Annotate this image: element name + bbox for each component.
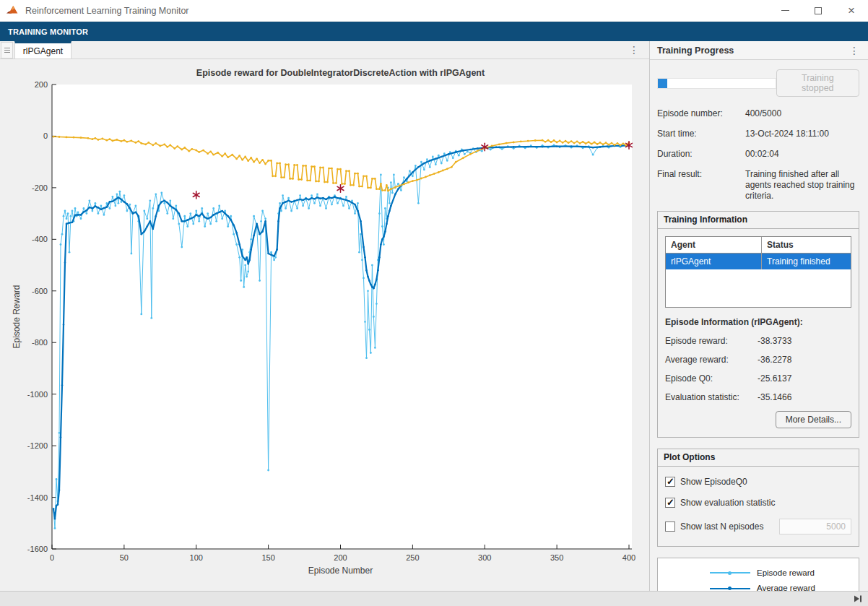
svg-text:50: 50	[120, 553, 129, 562]
show-evaluation-statistic-checkbox[interactable]	[665, 498, 675, 508]
duration-value: 00:02:04	[745, 149, 861, 160]
window-title: Reinforcement Learning Training Monitor	[25, 6, 189, 16]
document-list-button[interactable]	[1, 42, 13, 59]
ribbon-toolstrip: TRAINING MONITOR	[0, 22, 868, 41]
window-controls: ×	[768, 0, 868, 21]
progress-row: Training stopped	[657, 69, 861, 97]
episode-q0-label: Episode Q0:	[665, 373, 758, 384]
tabstrip-menu-icon[interactable]: ⋮	[619, 45, 649, 55]
status-column-header: Status	[761, 237, 851, 254]
episode-number-row: Episode number: 400/5000	[657, 108, 861, 119]
final-result-label: Final result:	[657, 169, 745, 202]
more-details-button[interactable]: More Details...	[776, 411, 851, 428]
svg-text:150: 150	[261, 553, 274, 562]
svg-text:Episode Number: Episode Number	[308, 566, 373, 576]
evaluation-statistic-label: Evaluation statistic:	[665, 392, 758, 402]
tab-rlpgagent[interactable]: rlPGAgent	[14, 41, 71, 59]
training-information-body: Agent Status rlPGAgent Training finished…	[658, 229, 859, 437]
table-row[interactable]: rlPGAgent Training finished	[666, 254, 851, 269]
final-result-value: Training finished after all agents reach…	[745, 169, 861, 202]
show-last-n-episodes-option: Show last N episodes	[665, 519, 851, 534]
maximize-button[interactable]	[802, 0, 835, 21]
document-tabstrip: rlPGAgent ⋮	[0, 41, 649, 59]
episode-information-title: Episode Information (rlPGAgent):	[665, 317, 851, 327]
episode-reward-swatch-icon	[710, 569, 750, 576]
training-plot-figure: 050100150200250300350400-1600-1400-1200-…	[0, 59, 649, 591]
episode-reward-row: Episode reward: -38.3733	[665, 336, 851, 346]
show-episodeq0-label: Show EpisodeQ0	[680, 477, 747, 487]
panel-title: Training Progress	[657, 46, 734, 56]
table-empty-area	[666, 269, 851, 307]
svg-text:-200: -200	[32, 183, 48, 192]
chart-legend: Episode reward Average reward Episode Q0…	[657, 558, 859, 591]
evaluation-statistic-row: Evaluation statistic: -35.1466	[665, 392, 851, 402]
training-information-group: Training Information Agent Status rlPGAg…	[657, 211, 859, 438]
training-information-title: Training Information	[658, 212, 859, 229]
show-last-n-episodes-checkbox[interactable]	[665, 521, 675, 532]
show-evaluation-statistic-label: Show evaluation statistic	[680, 498, 775, 508]
start-time-row: Start time: 13-Oct-2024 18:11:00	[657, 129, 861, 139]
agent-status-table: Agent Status rlPGAgent Training finished	[665, 236, 851, 308]
document-area: rlPGAgent ⋮ 050100150200250300350400-160…	[0, 41, 650, 591]
average-reward-row: Average reward: -36.2278	[665, 355, 851, 365]
episode-number-label: Episode number:	[657, 108, 745, 119]
svg-text:Episode Reward: Episode Reward	[12, 285, 22, 348]
agent-cell: rlPGAgent	[666, 254, 761, 269]
more-details-row: More Details...	[665, 411, 851, 428]
hamburger-icon	[4, 50, 10, 51]
start-time-label: Start time:	[657, 129, 745, 139]
panel-menu-icon[interactable]: ⋮	[849, 46, 859, 56]
svg-text:-400: -400	[32, 235, 48, 243]
training-progress-bar	[657, 78, 776, 89]
svg-text:-600: -600	[32, 287, 48, 295]
svg-text:-800: -800	[32, 338, 48, 347]
svg-text:-1400: -1400	[27, 493, 48, 502]
svg-text:-1200: -1200	[27, 441, 48, 450]
agent-column-header: Agent	[666, 237, 761, 254]
training-progress-panel: Training Progress ⋮ Training stopped Epi…	[650, 41, 868, 591]
ribbon-tab-training-monitor[interactable]: TRAINING MONITOR	[8, 27, 88, 36]
progress-fill	[658, 79, 667, 88]
svg-text:350: 350	[550, 553, 563, 562]
duration-row: Duration: 00:02:04	[657, 149, 861, 160]
tab-label: rlPGAgent	[23, 46, 63, 56]
table-header-row: Agent Status	[666, 237, 851, 254]
show-episodeq0-option: Show EpisodeQ0	[665, 477, 851, 487]
panel-body: Training stopped Episode number: 400/500…	[650, 60, 868, 591]
episode-reward-value: -38.3733	[758, 336, 851, 346]
evaluation-statistic-value: -35.1466	[758, 392, 851, 402]
svg-text:300: 300	[478, 553, 491, 562]
svg-text:400: 400	[622, 553, 635, 562]
svg-text:0: 0	[43, 131, 48, 140]
start-time-value: 13-Oct-2024 18:11:00	[745, 129, 861, 139]
svg-text:0: 0	[50, 553, 54, 562]
close-button[interactable]: ×	[835, 0, 868, 21]
matlab-logo-icon	[6, 5, 19, 16]
rl-training-monitor-window: { "window": { "title": "Reinforcement Le…	[0, 0, 868, 606]
average-reward-value: -36.2278	[758, 355, 851, 365]
svg-text:-1000: -1000	[27, 390, 48, 399]
average-reward-label: Average reward:	[665, 355, 758, 365]
svg-text:200: 200	[35, 80, 48, 89]
status-cell: Training finished	[761, 254, 851, 269]
legend-episode-reward-label: Episode reward	[757, 568, 815, 578]
legend-average-reward-label: Average reward	[757, 583, 815, 591]
episode-q0-value: -25.6137	[758, 373, 851, 384]
show-last-n-episodes-label: Show last N episodes	[680, 521, 763, 532]
show-episodeq0-checkbox[interactable]	[665, 477, 675, 487]
svg-text:100: 100	[190, 553, 203, 562]
legend-episode-reward: Episode reward	[662, 568, 854, 578]
final-result-row: Final result: Training finished after al…	[657, 169, 861, 202]
statusbar	[0, 591, 868, 606]
svg-text:250: 250	[406, 553, 419, 562]
expand-panel-icon[interactable]	[853, 594, 863, 603]
svg-text:-1600: -1600	[27, 545, 48, 553]
panel-header: Training Progress ⋮	[650, 41, 868, 60]
episode-reward-chart: 050100150200250300350400-1600-1400-1200-…	[0, 59, 649, 589]
show-evaluation-statistic-option: Show evaluation statistic	[665, 498, 851, 508]
main-area: rlPGAgent ⋮ 050100150200250300350400-160…	[0, 41, 868, 591]
training-stopped-button: Training stopped	[776, 69, 859, 97]
titlebar: Reinforcement Learning Training Monitor …	[0, 0, 868, 22]
plot-options-body: Show EpisodeQ0 Show evaluation statistic…	[658, 467, 859, 546]
minimize-button[interactable]	[768, 0, 802, 21]
